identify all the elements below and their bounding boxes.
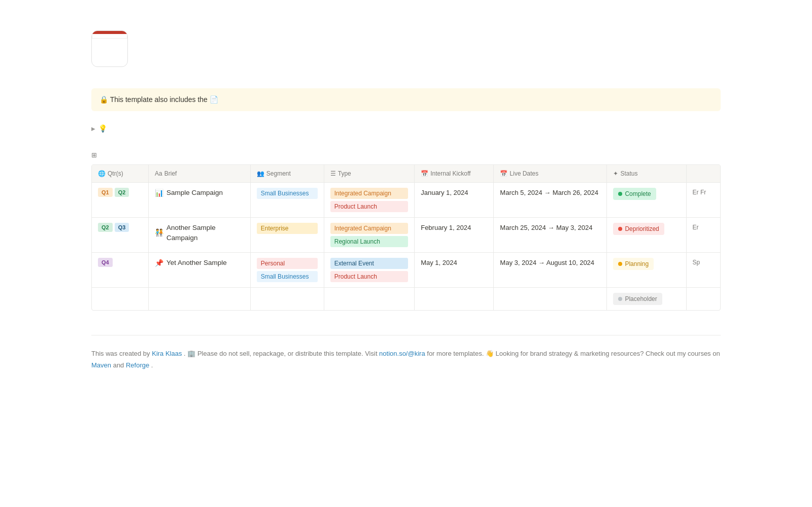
type-tag: Integrated Campaign [330,223,408,234]
segment-tag: Small Businesses [257,188,318,199]
page-container: 🔒 This template also includes the 📄 ▶ 💡 … [51,0,761,412]
qtr-badge: Q2 [98,223,113,232]
kickoff-cell: February 1, 2024 [415,217,494,252]
segment-col-icon: 👥 [257,170,264,177]
kickoff-cell: January 1, 2024 [415,182,494,217]
qtr-cell: Q2Q3 [92,217,149,252]
status-badge: Placeholder [613,293,662,305]
col-header-status[interactable]: ✦Status [607,165,686,183]
status-badge: Planning [613,258,654,270]
type-tag: Product Launch [330,201,408,212]
extra-cell: Sp [686,252,720,287]
segment-tag: Small Businesses [257,271,318,282]
live-dates-cell: March 25, 2024 → May 3, 2024 [494,217,607,252]
notion-link[interactable]: notion.so/@kira [379,350,425,357]
kickoff-col-icon: 📅 [421,170,428,177]
col-header-segment[interactable]: 👥Segment [250,165,324,183]
toggle-arrow-icon: ▶ [91,125,95,132]
section-label: ⊞ [91,150,721,160]
events-table-wrapper: 🌐Qtr(s) AaBrief 👥Segment ☰Type 📅Internal… [91,164,721,311]
type-cell: External EventProduct Launch [324,252,414,287]
segment-tag: Enterprise [257,223,318,234]
col-header-qtr[interactable]: 🌐Qtr(s) [92,165,149,183]
type-tag: Integrated Campaign [330,188,408,199]
col-header-brief[interactable]: AaBrief [149,165,251,183]
qtr-col-icon: 🌐 [98,170,106,177]
brief-icon: 📊 [155,188,163,198]
footer-text1: This was created by [91,350,152,357]
maven-link[interactable]: Maven [91,361,111,369]
type-cell: Integrated CampaignRegional Launch [324,217,414,252]
brief-icon: 🧑‍🤝‍🧑 [155,227,163,238]
status-cell: Planning [607,252,686,287]
col-header-kickoff[interactable]: 📅Internal Kickoff [415,165,494,183]
brief-cell[interactable]: 📊Sample Campaign [149,182,251,217]
type-tag: Regional Launch [330,236,408,247]
status-badge: Deprioritized [613,223,664,235]
lock-icon: 🔒 [99,95,108,104]
brief-name: Yet Another Sample [166,258,227,268]
events-table: 🌐Qtr(s) AaBrief 👥Segment ☰Type 📅Internal… [92,165,720,310]
kickoff-cell: May 1, 2024 [415,252,494,287]
live-dates-cell: May 3, 2024 → August 10, 2024 [494,252,607,287]
bonus-banner: 🔒 This template also includes the 📄 [91,88,721,111]
status-cell: Complete [607,182,686,217]
table-row[interactable]: Q1Q2📊Sample CampaignSmall BusinessesInte… [92,182,720,217]
brief-name: Sample Campaign [166,188,223,198]
kickoff-cell [415,287,494,310]
segment-cell [250,287,324,310]
brief-cell[interactable]: 🧑‍🤝‍🧑Another Sample Campaign [149,217,251,252]
segment-cell: Enterprise [250,217,324,252]
bonus-text: This template also includes the [110,95,210,104]
status-badge: Complete [613,188,656,200]
segment-cell: PersonalSmall Businesses [250,252,324,287]
qtr-cell: Q1Q2 [92,182,149,217]
brief-col-icon: Aa [155,170,162,177]
reforge-link[interactable]: Reforge [126,361,149,369]
col-header-live[interactable]: 📅Live Dates [494,165,607,183]
col-header-extra [686,165,720,183]
col-header-type[interactable]: ☰Type [324,165,414,183]
calendar-day [92,34,127,39]
footer-and: and [113,361,126,369]
status-cell: Placeholder [607,287,686,310]
type-tag: Product Launch [330,271,408,282]
qtr-badge: Q3 [115,223,129,232]
type-tag: External Event [330,258,408,269]
table-icon: ⊞ [91,150,97,160]
status-label: Planning [625,259,649,268]
qtr-badge: Q1 [98,188,113,197]
live-col-icon: 📅 [500,170,507,177]
type-cell [324,287,414,310]
status-label: Complete [625,189,651,198]
qtr-cell: Q4 [92,252,149,287]
status-dot [618,227,622,231]
author-link[interactable]: Kira Klaas [152,350,182,357]
status-cell: Deprioritized [607,217,686,252]
type-col-icon: ☰ [330,170,336,177]
segment-tag: Personal [257,258,318,269]
brief-cell[interactable]: 📌Yet Another Sample [149,252,251,287]
extra-cell: Er Fr [686,182,720,217]
brief-cell[interactable] [149,287,251,310]
brief-icon: 📌 [155,258,163,268]
status-dot [618,297,622,301]
status-col-icon: ✦ [613,170,618,177]
qtr-badge: Q2 [115,188,129,197]
table-row[interactable]: Q4📌Yet Another SamplePersonalSmall Busin… [92,252,720,287]
status-label: Placeholder [625,294,657,303]
status-label: Deprioritized [625,224,659,233]
new-brief-icon: 📄 [210,95,218,104]
qtr-cell [92,287,149,310]
footer-period: . [151,361,153,369]
calendar-icon [91,30,128,67]
status-dot [618,192,622,196]
table-header-row: 🌐Qtr(s) AaBrief 👥Segment ☰Type 📅Internal… [92,165,720,183]
footer: This was created by Kira Klaas . 🏢 Pleas… [91,335,721,371]
table-row[interactable]: Placeholder [92,287,720,310]
how-to-icon: 💡 [98,123,107,134]
segment-cell: Small Businesses [250,182,324,217]
table-row[interactable]: Q2Q3🧑‍🤝‍🧑Another Sample CampaignEnterpri… [92,217,720,252]
how-to-toggle[interactable]: ▶ 💡 [91,123,721,134]
status-dot [618,262,622,266]
